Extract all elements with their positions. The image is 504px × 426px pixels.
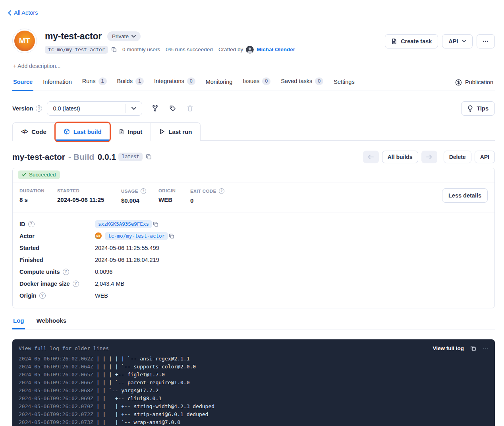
tab-saved-tasks[interactable]: Saved tasks 0 [280,77,324,91]
author-avatar [246,46,254,54]
actor-avatar-mini: MT [95,232,102,239]
help-icon[interactable]: ? [219,188,224,194]
git-branch-icon[interactable] [150,103,160,113]
log-line: 2024-05-06T09:26:02.062Z | | | | | `-- a… [19,355,489,363]
api-dropdown-button[interactable]: API [442,34,472,48]
tab-label: Information [43,79,72,85]
less-details-button[interactable]: Less details [442,188,488,203]
publication-link[interactable]: Publication [455,79,493,91]
document-icon [119,129,124,135]
help-icon[interactable]: ? [63,269,69,275]
tab-source[interactable]: Source [12,79,33,91]
stat: DURATION 8 s [19,188,57,203]
log-timestamp: 2024-05-06T09:26:02.062Z [19,356,97,362]
log-timestamp: 2024-05-06T09:26:02.064Z [19,364,97,370]
log-timestamp: 2024-05-06T09:26:02.073Z [19,419,97,425]
stat-label: USAGE [121,189,138,194]
log-text: | | | +-- strip-ansi@6.0.1 deduped [97,411,209,417]
help-icon[interactable]: ? [73,281,79,287]
build-card: Succeeded DURATION 8 s STARTED 2024-05-0… [12,168,495,308]
detail-row: Compute units ? 0.0096 [19,266,488,278]
trash-icon[interactable] [185,104,195,113]
build-api-button[interactable]: API [475,151,495,163]
tips-button[interactable]: Tips [461,101,495,116]
detail-label: Docker image size [19,281,70,287]
copy-icon[interactable] [470,345,476,351]
log-tab-log[interactable]: Log [12,317,25,329]
help-icon[interactable]: ? [141,188,146,194]
copy-icon[interactable] [146,154,152,160]
chevron-left-icon [8,10,11,15]
tab-badge: 0 [262,77,270,85]
stat-value: 2024-05-06 11:25 [57,196,121,203]
tab-issues[interactable]: Issues 0 [242,77,271,91]
tab-last-run[interactable]: Last run [151,123,200,141]
main-tabs: Source Information Runs 1 Builds 1 Integ… [12,77,495,91]
view-older-lines-link[interactable]: View full log for older lines [19,345,109,351]
help-icon[interactable]: ? [39,292,46,299]
version-select[interactable]: 0.0 (latest) [47,101,142,116]
detail-label: Started [19,245,39,251]
log-line: 2024-05-06T09:26:02.064Z | | | | `-- sup… [19,363,489,371]
copy-icon[interactable] [153,221,158,227]
log-text: | | | `-- wrap-ansi@7.0.0 [97,419,180,425]
chevron-down-icon [126,107,142,110]
add-description-link[interactable]: + Add description... [13,63,504,69]
build-header: my-test-actor - Build 0.0.1 latest All b… [12,151,495,163]
tab-builds[interactable]: Builds 1 [116,77,145,91]
help-icon[interactable]: ? [28,221,35,227]
log-text: | | | | | `-- ansi-regex@2.1.1 [97,356,190,362]
actor-avatar-initials: MT [14,31,35,51]
version-label: Version ? [12,105,42,112]
tab-runs[interactable]: Runs 1 [81,77,108,91]
tab-last-build[interactable]: Last build [55,123,110,141]
help-icon[interactable]: ? [36,105,42,112]
stat-value: 0 [190,197,224,204]
copy-icon[interactable] [111,47,117,52]
tab-information[interactable]: Information [42,79,73,91]
detail-tag[interactable]: tc-mo/my-test-actor [105,232,168,240]
ellipsis-icon[interactable]: ··· [483,345,489,351]
log-line: 2024-05-06T09:26:02.073Z | | | `-- wrap-… [19,418,489,426]
copy-icon[interactable] [169,233,174,239]
tab-monitoring[interactable]: Monitoring [205,79,234,91]
detail-text: 0.0096 [95,269,112,275]
all-builds-button[interactable]: All builds [382,151,418,163]
log-text: | | | +-- string-width@4.2.3 deduped [97,403,214,409]
detail-label: Finished [19,257,43,263]
stat-label: ORIGIN [158,188,176,193]
tab-settings[interactable]: Settings [333,79,355,91]
author-link[interactable]: Michał Olender [257,46,295,52]
previous-build-button[interactable] [363,151,379,163]
stat: USAGE ? $0.004 [121,188,158,204]
actor-header: MT my-test-actor Private tc-mo/my-test-a… [12,29,495,54]
log-tab-webhooks[interactable]: Webhooks [36,317,68,329]
back-to-all-actors-link[interactable]: All Actors [8,10,38,16]
actor-title: my-test-actor [45,31,102,42]
tab-integrations[interactable]: Integrations 0 [153,77,196,91]
tab-badge: 0 [187,77,195,85]
tab-label: Issues [243,78,259,84]
log-timestamp: 2024-05-06T09:26:02.065Z [19,372,97,378]
detail-row: Finished 2024-05-06 11:26:04.219 [19,254,488,266]
lightbulb-icon [467,105,473,112]
tab-code[interactable]: </> Code [13,123,55,141]
create-task-button[interactable]: Create task [385,34,438,48]
delete-build-button[interactable]: Delete [444,151,471,163]
package-icon [64,128,70,135]
next-build-button[interactable] [421,151,437,163]
tab-input[interactable]: Input [110,123,151,141]
check-icon [22,172,26,177]
view-full-log-button[interactable]: View full log [433,345,464,351]
visibility-dropdown[interactable]: Private [107,31,141,41]
detail-row: Actor MT tc-mo/my-test-actor [19,230,488,242]
stat: ORIGIN WEB [158,188,190,203]
log-text: | | | `-- parent-require@1.0.0 [97,380,190,385]
tab-badge: 1 [98,77,107,85]
tag-icon[interactable] [168,104,178,113]
version-bar: Version ? 0.0 (latest) Tips [12,101,495,116]
chevron-down-icon [131,35,136,38]
tab-label: Source [13,79,33,85]
log-timestamp: 2024-05-06T09:26:02.068Z [19,387,97,393]
more-actions-button[interactable]: ··· [477,34,495,48]
